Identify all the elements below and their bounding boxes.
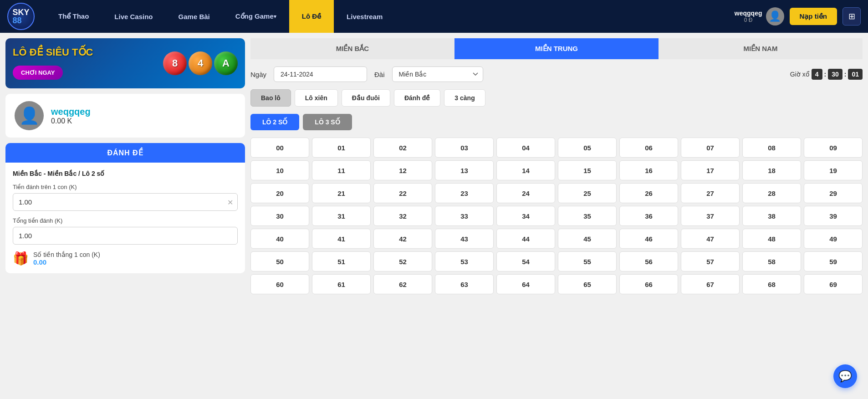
nav-live-casino[interactable]: Live Casino <box>102 0 165 33</box>
number-cell-44[interactable]: 44 <box>496 229 555 249</box>
number-cell-47[interactable]: 47 <box>681 229 740 249</box>
number-cell-03[interactable]: 03 <box>435 138 494 158</box>
tab-mien-nam[interactable]: MIỀN NAM <box>659 38 863 59</box>
so-tien-thang-value: 0.00 <box>33 258 100 266</box>
bet-3-cang[interactable]: 3 càng <box>444 89 485 107</box>
number-cell-08[interactable]: 08 <box>742 138 801 158</box>
header-avatar[interactable]: 👤 <box>766 7 784 26</box>
number-cell-04[interactable]: 04 <box>496 138 555 158</box>
nap-tien-button[interactable]: Nạp tiền <box>790 8 837 25</box>
number-cell-27[interactable]: 27 <box>681 183 740 203</box>
number-cell-64[interactable]: 64 <box>496 274 555 294</box>
number-cell-34[interactable]: 34 <box>496 206 555 226</box>
tab-mien-bac[interactable]: MIỀN BẮC <box>250 38 454 59</box>
bet-danh-de[interactable]: Đánh đề <box>394 89 440 107</box>
number-cell-38[interactable]: 38 <box>742 206 801 226</box>
number-cell-68[interactable]: 68 <box>742 274 801 294</box>
number-cell-22[interactable]: 22 <box>373 183 432 203</box>
number-cell-26[interactable]: 26 <box>619 183 678 203</box>
number-cell-49[interactable]: 49 <box>804 229 863 249</box>
number-cell-48[interactable]: 48 <box>742 229 801 249</box>
number-cell-43[interactable]: 43 <box>435 229 494 249</box>
number-cell-55[interactable]: 55 <box>558 251 617 271</box>
number-cell-53[interactable]: 53 <box>435 251 494 271</box>
number-cell-58[interactable]: 58 <box>742 251 801 271</box>
settings-button[interactable]: ⊞ <box>842 7 861 26</box>
number-cell-10[interactable]: 10 <box>250 160 309 180</box>
left-panel: LÔ ĐỀ SIÊU TỐC CHƠI NGAY 8 4 A 👤 weqgqeg… <box>0 38 250 294</box>
number-cell-16[interactable]: 16 <box>619 160 678 180</box>
nav-the-thao[interactable]: Thể Thao <box>46 0 102 33</box>
number-cell-39[interactable]: 39 <box>804 206 863 226</box>
tong-tien-input[interactable] <box>13 227 238 245</box>
bet-bao-lo[interactable]: Bao lô <box>250 89 291 107</box>
number-cell-14[interactable]: 14 <box>496 160 555 180</box>
number-cell-60[interactable]: 60 <box>250 274 309 294</box>
tab-lo3so[interactable]: LÔ 3 SỐ <box>303 114 352 130</box>
nav-livestream[interactable]: Livestream <box>334 0 395 33</box>
number-cell-41[interactable]: 41 <box>312 229 371 249</box>
number-cell-35[interactable]: 35 <box>558 206 617 226</box>
number-cell-25[interactable]: 25 <box>558 183 617 203</box>
number-cell-15[interactable]: 15 <box>558 160 617 180</box>
tab-lo2so[interactable]: LÔ 2 SỐ <box>250 114 299 130</box>
number-cell-69[interactable]: 69 <box>804 274 863 294</box>
number-cell-02[interactable]: 02 <box>373 138 432 158</box>
bet-lo-xien[interactable]: Lô xiên <box>295 89 338 107</box>
number-cell-32[interactable]: 32 <box>373 206 432 226</box>
number-cell-59[interactable]: 59 <box>804 251 863 271</box>
number-cell-19[interactable]: 19 <box>804 160 863 180</box>
promo-banner[interactable]: LÔ ĐỀ SIÊU TỐC CHƠI NGAY 8 4 A <box>5 38 245 88</box>
number-cell-18[interactable]: 18 <box>742 160 801 180</box>
number-cell-66[interactable]: 66 <box>619 274 678 294</box>
nav-game-bai[interactable]: Game Bài <box>166 0 223 33</box>
number-cell-07[interactable]: 07 <box>681 138 740 158</box>
number-cell-50[interactable]: 50 <box>250 251 309 271</box>
dai-select[interactable]: Miền Bắc <box>392 66 483 82</box>
number-cell-30[interactable]: 30 <box>250 206 309 226</box>
number-cell-21[interactable]: 21 <box>312 183 371 203</box>
number-cell-33[interactable]: 33 <box>435 206 494 226</box>
number-cell-29[interactable]: 29 <box>804 183 863 203</box>
nav-lo-de[interactable]: Lô Đề <box>289 0 334 33</box>
number-cell-28[interactable]: 28 <box>742 183 801 203</box>
logo[interactable]: SKY88 <box>7 3 35 30</box>
number-cell-65[interactable]: 65 <box>558 274 617 294</box>
tien-danh-input[interactable] <box>13 193 238 211</box>
number-cell-63[interactable]: 63 <box>435 274 494 294</box>
number-cell-67[interactable]: 67 <box>681 274 740 294</box>
tien-danh-clear[interactable]: ✕ <box>227 198 233 206</box>
number-cell-01[interactable]: 01 <box>312 138 371 158</box>
number-cell-05[interactable]: 05 <box>558 138 617 158</box>
number-cell-23[interactable]: 23 <box>435 183 494 203</box>
number-cell-62[interactable]: 62 <box>373 274 432 294</box>
number-cell-12[interactable]: 12 <box>373 160 432 180</box>
number-cell-51[interactable]: 51 <box>312 251 371 271</box>
number-cell-11[interactable]: 11 <box>312 160 371 180</box>
number-cell-37[interactable]: 37 <box>681 206 740 226</box>
number-cell-52[interactable]: 52 <box>373 251 432 271</box>
number-cell-00[interactable]: 00 <box>250 138 309 158</box>
number-cell-42[interactable]: 42 <box>373 229 432 249</box>
number-cell-57[interactable]: 57 <box>681 251 740 271</box>
banner-cta[interactable]: CHƠI NGAY <box>13 66 63 80</box>
number-cell-36[interactable]: 36 <box>619 206 678 226</box>
number-cell-24[interactable]: 24 <box>496 183 555 203</box>
number-cell-40[interactable]: 40 <box>250 229 309 249</box>
number-cell-13[interactable]: 13 <box>435 160 494 180</box>
nav-cong-game[interactable]: Cổng Game <box>223 0 289 33</box>
number-cell-61[interactable]: 61 <box>312 274 371 294</box>
bet-dau-duoi[interactable]: Đầu đuôi <box>342 89 390 107</box>
ngay-input[interactable] <box>274 66 367 82</box>
number-cell-56[interactable]: 56 <box>619 251 678 271</box>
number-cell-54[interactable]: 54 <box>496 251 555 271</box>
tab-mien-trung[interactable]: MIỀN TRUNG <box>454 38 659 59</box>
number-cell-06[interactable]: 06 <box>619 138 678 158</box>
number-cell-46[interactable]: 46 <box>619 229 678 249</box>
number-cell-45[interactable]: 45 <box>558 229 617 249</box>
number-cell-17[interactable]: 17 <box>681 160 740 180</box>
number-cell-31[interactable]: 31 <box>312 206 371 226</box>
number-cell-09[interactable]: 09 <box>804 138 863 158</box>
number-cell-20[interactable]: 20 <box>250 183 309 203</box>
gio-xo-label: Giờ xổ <box>790 71 810 78</box>
